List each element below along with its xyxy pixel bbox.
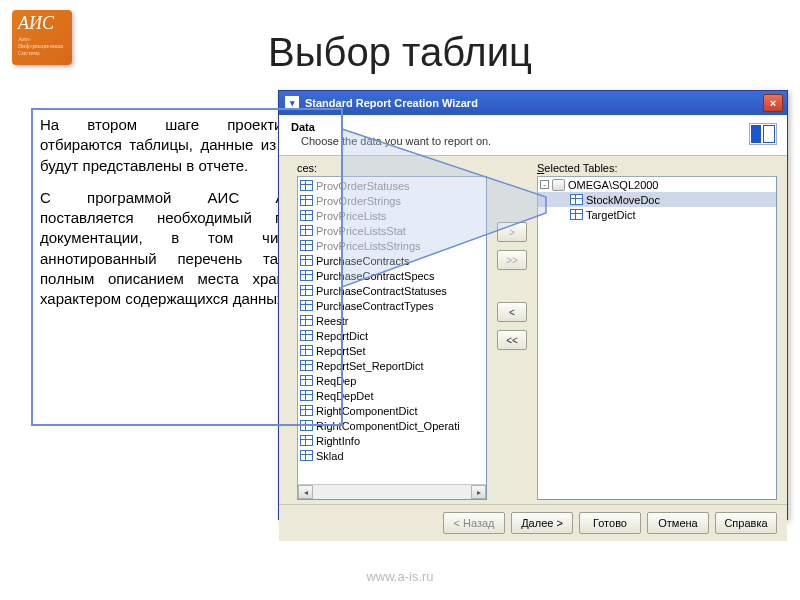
- item-label: ProvPriceListsStat: [316, 225, 406, 237]
- table-icon: [570, 209, 583, 220]
- table-icon: [300, 390, 313, 401]
- close-icon: ×: [770, 97, 776, 109]
- close-button[interactable]: ×: [763, 94, 783, 112]
- item-label: PurchaseContractTypes: [316, 300, 433, 312]
- list-item[interactable]: PurchaseContractSpecs: [298, 268, 486, 283]
- list-item[interactable]: PurchaseContractTypes: [298, 298, 486, 313]
- table-icon: [300, 225, 313, 236]
- scroll-right-button[interactable]: ▸: [471, 485, 486, 499]
- table-icon: [300, 240, 313, 251]
- wizard-dialog: ▾ Standard Report Creation Wizard × Data…: [278, 90, 788, 520]
- item-label: ProvPriceListsStrings: [316, 240, 421, 252]
- tree-item[interactable]: StockMoveDoc: [538, 192, 776, 207]
- list-item[interactable]: ReqDepDet: [298, 388, 486, 403]
- list-item[interactable]: RightComponentDict_Operati: [298, 418, 486, 433]
- list-item[interactable]: ProvOrderStatuses: [298, 178, 486, 193]
- list-item[interactable]: ReportDict: [298, 328, 486, 343]
- item-label: ReqDepDet: [316, 390, 373, 402]
- table-icon: [300, 360, 313, 371]
- selected-column: Selected Tables: - OMEGA\SQL2000 StockMo…: [537, 162, 777, 500]
- add-all-button[interactable]: >>: [497, 250, 527, 270]
- table-icon: [300, 375, 313, 386]
- selected-tree: - OMEGA\SQL2000 StockMoveDocTargetDict: [538, 177, 776, 222]
- next-button[interactable]: Далее >: [511, 512, 573, 534]
- list-item[interactable]: Sklad: [298, 448, 486, 463]
- footer-url: www.a-is.ru: [0, 569, 800, 584]
- finish-button[interactable]: Готово: [579, 512, 641, 534]
- list-item[interactable]: ReportSet: [298, 343, 486, 358]
- cancel-button[interactable]: Отмена: [647, 512, 709, 534]
- list-item[interactable]: ProvPriceListsStrings: [298, 238, 486, 253]
- table-icon: [300, 345, 313, 356]
- available-label: ces:: [297, 162, 487, 174]
- table-icon: [300, 300, 313, 311]
- item-label: PurchaseContractStatuses: [316, 285, 447, 297]
- remove-all-button[interactable]: <<: [497, 330, 527, 350]
- list-item[interactable]: ReportSet_ReportDict: [298, 358, 486, 373]
- table-icon: [300, 420, 313, 431]
- table-icon: [300, 285, 313, 296]
- item-label: RightComponentDict_Operati: [316, 420, 460, 432]
- back-button[interactable]: < Назад: [443, 512, 505, 534]
- wizard-step-title: Data: [291, 121, 777, 133]
- item-label: ProvOrderStrings: [316, 195, 401, 207]
- help-button[interactable]: Справка: [715, 512, 777, 534]
- list-item[interactable]: ProvOrderStrings: [298, 193, 486, 208]
- item-label: RightInfo: [316, 435, 360, 447]
- item-label: RightComponentDict: [316, 405, 418, 417]
- available-column: ces: ProvOrderStatusesProvOrderStringsPr…: [297, 162, 487, 500]
- scroll-left-button[interactable]: ◂: [298, 485, 313, 499]
- tree-item[interactable]: TargetDict: [538, 207, 776, 222]
- table-icon: [300, 405, 313, 416]
- selected-label: Selected Tables:: [537, 162, 777, 174]
- wizard-header: Data Choose the data you want to report …: [279, 115, 787, 156]
- app-icon: ▾: [285, 96, 299, 110]
- table-icon: [300, 210, 313, 221]
- table-icon: [300, 450, 313, 461]
- table-icon: [300, 255, 313, 266]
- add-button[interactable]: >: [497, 222, 527, 242]
- list-item[interactable]: ProvPriceListsStat: [298, 223, 486, 238]
- database-icon: [552, 179, 565, 191]
- list-item[interactable]: PurchaseContractStatuses: [298, 283, 486, 298]
- list-item[interactable]: ReqDep: [298, 373, 486, 388]
- item-label: ProvOrderStatuses: [316, 180, 410, 192]
- h-scrollbar[interactable]: ◂ ▸: [298, 484, 486, 499]
- list-item[interactable]: PurchaseContracts: [298, 253, 486, 268]
- table-icon: [300, 315, 313, 326]
- table-icon: [300, 180, 313, 191]
- table-icon: [300, 270, 313, 281]
- data-icon: [749, 123, 777, 145]
- wizard-step-subtitle: Choose the data you want to report on.: [301, 135, 777, 147]
- page-title: Выбор таблиц: [0, 30, 800, 75]
- wizard-buttons: < Назад Далее > Готово Отмена Справка: [279, 504, 787, 541]
- table-icon: [300, 330, 313, 341]
- table-icon: [300, 435, 313, 446]
- root-label: OMEGA\SQL2000: [568, 179, 659, 191]
- item-label: ReqDep: [316, 375, 356, 387]
- list-item[interactable]: ProvPriceLists: [298, 208, 486, 223]
- list-item[interactable]: RightInfo: [298, 433, 486, 448]
- collapse-icon[interactable]: -: [540, 180, 549, 189]
- wizard-content: ces: ProvOrderStatusesProvOrderStringsPr…: [279, 156, 787, 504]
- scroll-track[interactable]: [313, 485, 471, 499]
- available-listbox[interactable]: ProvOrderStatusesProvOrderStringsProvPri…: [297, 176, 487, 500]
- tree-root[interactable]: - OMEGA\SQL2000: [538, 177, 776, 192]
- item-label: StockMoveDoc: [586, 194, 660, 206]
- item-label: ReportDict: [316, 330, 368, 342]
- item-label: TargetDict: [586, 209, 636, 221]
- table-icon: [570, 194, 583, 205]
- remove-button[interactable]: <: [497, 302, 527, 322]
- window-title: Standard Report Creation Wizard: [305, 97, 763, 109]
- item-label: PurchaseContracts: [316, 255, 410, 267]
- item-label: ReportSet: [316, 345, 366, 357]
- titlebar[interactable]: ▾ Standard Report Creation Wizard ×: [279, 91, 787, 115]
- selected-listbox[interactable]: - OMEGA\SQL2000 StockMoveDocTargetDict: [537, 176, 777, 500]
- list-item[interactable]: Reestr: [298, 313, 486, 328]
- item-label: ProvPriceLists: [316, 210, 386, 222]
- list-item[interactable]: RightComponentDict: [298, 403, 486, 418]
- item-label: PurchaseContractSpecs: [316, 270, 435, 282]
- item-label: Reestr: [316, 315, 348, 327]
- item-label: Sklad: [316, 450, 344, 462]
- item-label: ReportSet_ReportDict: [316, 360, 424, 372]
